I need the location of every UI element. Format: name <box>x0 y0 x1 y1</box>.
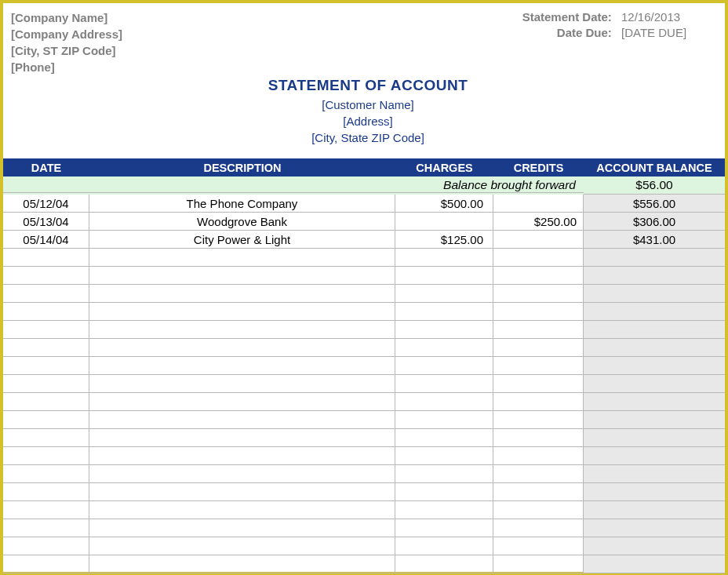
cell-balance[interactable]: $306.00 <box>584 213 725 231</box>
cell-charges[interactable] <box>395 465 493 483</box>
cell-charges[interactable] <box>395 375 493 393</box>
company-city[interactable]: [City, ST ZIP Code] <box>11 42 122 59</box>
cell-charges[interactable] <box>395 339 493 357</box>
cell-date[interactable] <box>3 249 89 267</box>
cell-charges[interactable] <box>395 501 493 519</box>
cell-description[interactable] <box>89 357 395 375</box>
cell-description[interactable] <box>89 429 395 447</box>
cell-description[interactable] <box>89 465 395 483</box>
cell-charges[interactable] <box>395 429 493 447</box>
cell-description[interactable]: Woodgrove Bank <box>89 213 395 231</box>
company-address[interactable]: [Company Address] <box>11 26 122 42</box>
cell-date[interactable] <box>3 393 89 411</box>
cell-charges[interactable] <box>395 285 493 303</box>
cell-balance[interactable] <box>584 483 725 501</box>
cell-credits[interactable] <box>493 303 584 321</box>
cell-description[interactable]: The Phone Company <box>89 195 395 213</box>
cell-balance[interactable] <box>584 501 725 519</box>
cell-balance[interactable] <box>584 393 725 411</box>
cell-date[interactable] <box>3 357 89 375</box>
cell-date[interactable] <box>3 465 89 483</box>
customer-name[interactable]: [Customer Name] <box>11 96 725 113</box>
cell-date[interactable] <box>3 483 89 501</box>
cell-balance[interactable] <box>584 357 725 375</box>
cell-date[interactable] <box>3 303 89 321</box>
cell-credits[interactable] <box>493 195 584 213</box>
cell-credits[interactable] <box>493 447 584 465</box>
cell-charges[interactable] <box>395 519 493 537</box>
cell-charges[interactable] <box>395 555 493 573</box>
cell-credits[interactable] <box>493 483 584 501</box>
date-due-value[interactable]: [DATE DUE] <box>615 25 693 41</box>
cell-credits[interactable] <box>493 501 584 519</box>
cell-description[interactable] <box>89 321 395 339</box>
cell-date[interactable]: 05/12/04 <box>3 195 89 213</box>
cell-balance[interactable] <box>584 411 725 429</box>
cell-credits[interactable] <box>493 429 584 447</box>
cell-date[interactable] <box>3 519 89 537</box>
cell-balance[interactable] <box>584 303 725 321</box>
cell-balance[interactable] <box>584 249 725 267</box>
cell-credits[interactable] <box>493 393 584 411</box>
cell-description[interactable] <box>89 537 395 555</box>
cell-description[interactable] <box>89 267 395 285</box>
cell-credits[interactable] <box>493 267 584 285</box>
cell-charges[interactable] <box>395 483 493 501</box>
cell-charges[interactable] <box>395 393 493 411</box>
cell-charges[interactable] <box>395 537 493 555</box>
cell-credits[interactable] <box>493 411 584 429</box>
cell-balance[interactable] <box>584 339 725 357</box>
cell-credits[interactable] <box>493 339 584 357</box>
cell-description[interactable] <box>89 339 395 357</box>
cell-date[interactable] <box>3 501 89 519</box>
customer-city[interactable]: [City, State ZIP Code] <box>11 129 725 146</box>
cell-date[interactable] <box>3 375 89 393</box>
cell-charges[interactable] <box>395 411 493 429</box>
cell-balance[interactable] <box>584 267 725 285</box>
cell-description[interactable] <box>89 375 395 393</box>
cell-charges[interactable] <box>395 303 493 321</box>
cell-charges[interactable] <box>395 249 493 267</box>
cell-description[interactable] <box>89 393 395 411</box>
cell-description[interactable] <box>89 249 395 267</box>
cell-date[interactable] <box>3 267 89 285</box>
cell-description[interactable] <box>89 303 395 321</box>
cell-description[interactable] <box>89 555 395 573</box>
cell-date[interactable] <box>3 447 89 465</box>
cell-description[interactable] <box>89 447 395 465</box>
cell-date[interactable]: 05/13/04 <box>3 213 89 231</box>
cell-description[interactable] <box>89 483 395 501</box>
cell-balance[interactable] <box>584 321 725 339</box>
cell-charges[interactable] <box>395 357 493 375</box>
cell-credits[interactable] <box>493 375 584 393</box>
cell-date[interactable] <box>3 555 89 573</box>
cell-balance[interactable]: $556.00 <box>584 195 725 213</box>
cell-charges[interactable]: $125.00 <box>395 231 493 249</box>
statement-date-value[interactable]: 12/16/2013 <box>615 9 693 25</box>
cell-date[interactable] <box>3 339 89 357</box>
cell-balance[interactable] <box>584 555 725 573</box>
cell-charges[interactable] <box>395 267 493 285</box>
cell-date[interactable]: 05/14/04 <box>3 231 89 249</box>
cell-description[interactable]: City Power & Light <box>89 231 395 249</box>
cell-credits[interactable] <box>493 321 584 339</box>
cell-description[interactable] <box>89 285 395 303</box>
cell-date[interactable] <box>3 321 89 339</box>
balance-forward-value[interactable]: $56.00 <box>584 177 725 195</box>
cell-balance[interactable]: $431.00 <box>584 231 725 249</box>
cell-date[interactable] <box>3 411 89 429</box>
cell-credits[interactable]: $250.00 <box>493 213 584 231</box>
cell-credits[interactable] <box>493 285 584 303</box>
company-name[interactable]: [Company Name] <box>11 9 122 26</box>
cell-balance[interactable] <box>584 519 725 537</box>
cell-charges[interactable] <box>395 213 493 231</box>
cell-credits[interactable] <box>493 519 584 537</box>
cell-balance[interactable] <box>584 375 725 393</box>
customer-address[interactable]: [Address] <box>11 113 725 129</box>
cell-date[interactable] <box>3 537 89 555</box>
cell-balance[interactable] <box>584 465 725 483</box>
cell-balance[interactable] <box>584 429 725 447</box>
cell-charges[interactable] <box>395 321 493 339</box>
cell-credits[interactable] <box>493 249 584 267</box>
cell-balance[interactable] <box>584 285 725 303</box>
